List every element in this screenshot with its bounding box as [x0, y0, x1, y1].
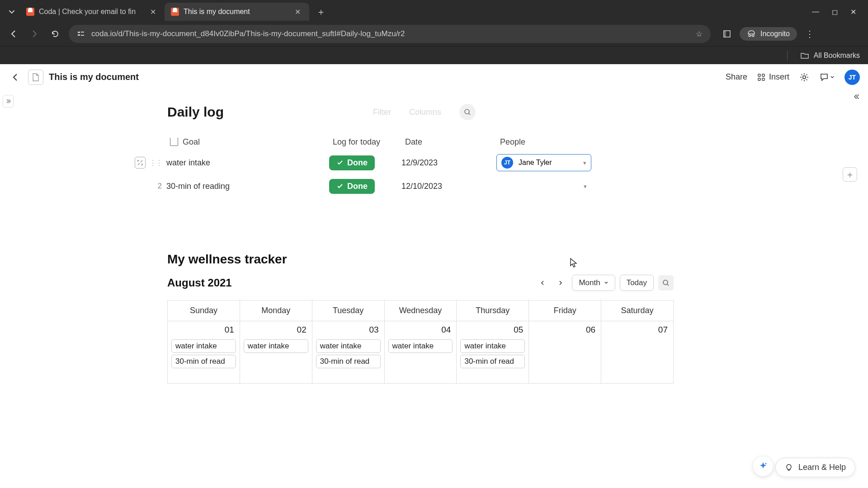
calendar-event[interactable]: water intake — [460, 339, 525, 353]
incognito-icon — [747, 30, 756, 38]
bookmark-icon — [170, 138, 178, 146]
calendar-event[interactable]: 30-min of read — [171, 355, 236, 368]
expand-row-icon[interactable] — [135, 157, 146, 169]
calendar-cell[interactable]: 03water intake30-min of read — [312, 321, 385, 384]
avatar[interactable]: JT — [844, 70, 860, 85]
svg-point-12 — [663, 280, 668, 285]
calendar-cell[interactable]: 07 — [601, 321, 674, 384]
bulb-icon — [785, 464, 793, 472]
ai-assistant-button[interactable] — [753, 456, 773, 476]
next-month-button[interactable] — [554, 276, 567, 290]
section-title-daily-log: Daily log — [167, 104, 224, 120]
row-number: 2 — [155, 182, 162, 191]
prev-month-button[interactable] — [536, 276, 549, 290]
svg-point-13 — [765, 463, 767, 465]
page-title[interactable]: This is my document — [49, 72, 139, 82]
section-title-tracker: My wellness tracker — [167, 252, 841, 267]
close-icon[interactable]: ✕ — [295, 8, 303, 16]
today-button[interactable]: Today — [620, 275, 654, 291]
doc-icon[interactable] — [28, 70, 43, 85]
browser-tab-1[interactable]: Coda | Check your email to fin ✕ — [20, 3, 165, 21]
incognito-badge[interactable]: Incognito — [740, 27, 797, 41]
people-select[interactable]: JT Jane Tyler ▾ — [496, 154, 591, 171]
goal-cell[interactable]: 30-min of reading — [166, 182, 230, 191]
insert-button[interactable]: Insert — [757, 72, 789, 82]
address-bar[interactable]: coda.io/d/This-is-my-document_d84Iv0ZibP… — [69, 25, 711, 43]
new-tab-button[interactable]: ＋ — [313, 4, 329, 20]
expand-sidebar-button[interactable] — [3, 95, 14, 108]
search-icon[interactable] — [658, 275, 674, 291]
site-settings-icon[interactable] — [77, 30, 85, 38]
svg-rect-0 — [78, 32, 80, 33]
day-number: 02 — [243, 324, 309, 338]
settings-icon[interactable] — [799, 72, 809, 82]
reload-button[interactable] — [48, 27, 62, 41]
columns-button[interactable]: Columns — [409, 108, 441, 117]
svg-rect-2 — [81, 32, 84, 33]
minimize-icon[interactable]: — — [812, 8, 819, 16]
calendar-event[interactable]: 30-min of read — [316, 355, 381, 368]
col-log[interactable]: Log for today — [333, 137, 405, 147]
app-back-button[interactable] — [8, 70, 23, 84]
calendar-cell[interactable]: 04water intake — [385, 321, 457, 384]
col-goal[interactable]: Goal — [183, 137, 200, 147]
calendar-event[interactable]: water intake — [244, 339, 308, 353]
browser-tab-2[interactable]: This is my document ✕ — [165, 3, 309, 21]
people-select[interactable]: ▾ — [496, 183, 591, 190]
col-date[interactable]: Date — [405, 137, 500, 147]
svg-rect-9 — [762, 78, 764, 80]
check-icon — [336, 159, 344, 166]
maximize-icon[interactable]: ◻ — [832, 8, 838, 16]
person-avatar: JT — [501, 157, 513, 169]
done-button[interactable]: Done — [329, 155, 375, 170]
goal-cell[interactable]: water intake — [166, 158, 210, 168]
share-button[interactable]: Share — [726, 72, 747, 82]
search-icon[interactable] — [459, 104, 476, 120]
view-select[interactable]: Month — [572, 275, 615, 291]
dow-header: Saturday — [601, 300, 674, 321]
done-button[interactable]: Done — [329, 179, 375, 194]
insert-label: Insert — [769, 72, 789, 82]
tab-search-dropdown[interactable] — [4, 4, 20, 20]
calendar-cell[interactable]: 05water intake30-min of read — [457, 321, 529, 384]
col-people[interactable]: People — [500, 137, 610, 147]
svg-point-11 — [465, 109, 469, 114]
dow-header: Friday — [529, 300, 601, 321]
person-name: Jane Tyler — [519, 159, 552, 167]
reading-list-icon[interactable] — [722, 29, 731, 38]
table-row[interactable]: ⋮⋮ water intake Done 12/9/2023 JT Jane T… — [167, 151, 610, 174]
close-window-icon[interactable]: ✕ — [850, 8, 856, 16]
bookmark-star-icon[interactable]: ☆ — [696, 29, 703, 39]
expand-right-panel-button[interactable] — [851, 90, 863, 103]
dow-header: Monday — [240, 300, 312, 321]
chevron-down-icon — [604, 281, 609, 285]
url-text: coda.io/d/This-is-my-document_d84Iv0ZibP… — [91, 29, 689, 38]
calendar-cell[interactable]: 01water intake30-min of read — [168, 321, 240, 384]
back-button[interactable] — [6, 27, 21, 41]
chrome-menu-icon[interactable]: ⋮ — [805, 28, 814, 39]
learn-help-button[interactable]: Learn & Help — [775, 458, 855, 477]
date-cell[interactable]: 12/10/2023 — [401, 182, 442, 191]
filter-button[interactable]: Filter — [373, 108, 391, 117]
svg-rect-6 — [758, 74, 760, 76]
svg-rect-3 — [81, 35, 84, 36]
calendar-event[interactable]: 30-min of read — [460, 355, 525, 368]
calendar-cell[interactable]: 02water intake — [240, 321, 312, 384]
chevron-down-icon — [830, 75, 835, 80]
calendar-event[interactable]: water intake — [316, 339, 381, 353]
check-icon — [336, 183, 344, 190]
table-row[interactable]: 2 30-min of reading Done 12/10/2023 ▾ — [167, 174, 610, 198]
help-label: Learn & Help — [798, 463, 846, 472]
add-block-button[interactable]: ＋ — [843, 167, 857, 182]
drag-handle-icon[interactable]: ⋮⋮ — [149, 159, 162, 167]
calendar-cell[interactable]: 06 — [529, 321, 601, 384]
comments-icon[interactable] — [819, 72, 835, 82]
date-cell[interactable]: 12/9/2023 — [401, 158, 438, 167]
all-bookmarks-button[interactable]: All Bookmarks — [814, 52, 860, 60]
incognito-label: Incognito — [760, 30, 790, 38]
calendar-event[interactable]: water intake — [171, 339, 236, 353]
close-icon[interactable]: ✕ — [150, 8, 158, 16]
calendar-event[interactable]: water intake — [388, 339, 453, 353]
day-number: 03 — [315, 324, 382, 338]
day-number: 06 — [532, 324, 598, 338]
